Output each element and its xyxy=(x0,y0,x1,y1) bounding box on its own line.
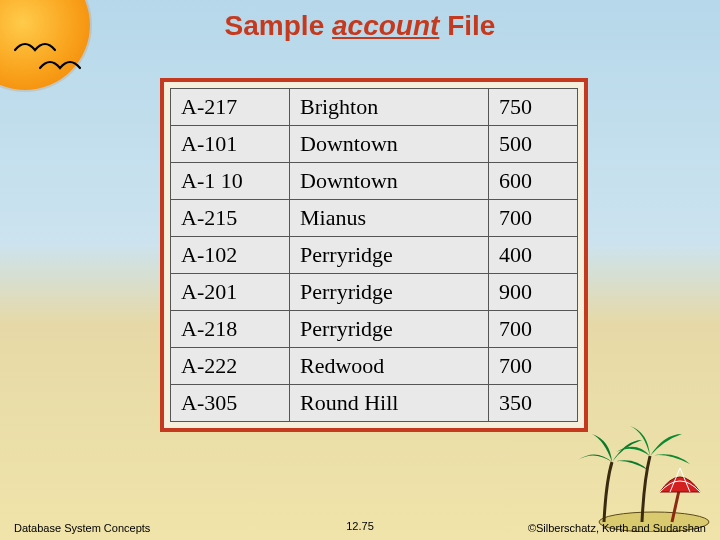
table-cell: Downtown xyxy=(290,163,489,200)
table-row: A-218Perryridge700 xyxy=(171,311,578,348)
table-cell: Brighton xyxy=(290,89,489,126)
table-cell: A-1 10 xyxy=(171,163,290,200)
table-row: A-1 10Downtown600 xyxy=(171,163,578,200)
table-cell: 700 xyxy=(489,348,578,385)
title-prefix: Sample xyxy=(225,10,332,41)
table-cell: 750 xyxy=(489,89,578,126)
table-cell: 600 xyxy=(489,163,578,200)
table-cell: A-217 xyxy=(171,89,290,126)
table-row: A-305Round Hill350 xyxy=(171,385,578,422)
table-row: A-222Redwood700 xyxy=(171,348,578,385)
table-cell: Mianus xyxy=(290,200,489,237)
table-cell: Redwood xyxy=(290,348,489,385)
table-cell: A-215 xyxy=(171,200,290,237)
table-cell: 400 xyxy=(489,237,578,274)
table-cell: A-102 xyxy=(171,237,290,274)
footer-left: Database System Concepts xyxy=(14,522,150,534)
title-suffix: File xyxy=(439,10,495,41)
title-italic: account xyxy=(332,10,439,41)
table-cell: Downtown xyxy=(290,126,489,163)
palm-beach-icon xyxy=(564,422,714,532)
slide-title: Sample account File xyxy=(0,10,720,42)
table-cell: 900 xyxy=(489,274,578,311)
table-cell: A-218 xyxy=(171,311,290,348)
table-row: A-101Downtown500 xyxy=(171,126,578,163)
footer-page-number: 12.75 xyxy=(346,520,374,532)
account-table: A-217Brighton750A-101Downtown500A-1 10Do… xyxy=(170,88,578,422)
table-cell: Perryridge xyxy=(290,274,489,311)
table-cell: 500 xyxy=(489,126,578,163)
table-cell: Perryridge xyxy=(290,311,489,348)
table-cell: 700 xyxy=(489,200,578,237)
account-table-frame: A-217Brighton750A-101Downtown500A-1 10Do… xyxy=(160,78,588,432)
table-cell: Round Hill xyxy=(290,385,489,422)
table-cell: 350 xyxy=(489,385,578,422)
table-cell: Perryridge xyxy=(290,237,489,274)
table-row: A-217Brighton750 xyxy=(171,89,578,126)
table-cell: A-305 xyxy=(171,385,290,422)
table-row: A-102Perryridge400 xyxy=(171,237,578,274)
slide: Sample account File A-217Brighton750A-10… xyxy=(0,0,720,540)
table-cell: A-222 xyxy=(171,348,290,385)
table-cell: A-101 xyxy=(171,126,290,163)
footer-right: ©Silberschatz, Korth and Sudarshan xyxy=(528,522,706,534)
footer: Database System Concepts 12.75 ©Silbersc… xyxy=(0,522,720,534)
table-cell: 700 xyxy=(489,311,578,348)
table-row: A-215Mianus700 xyxy=(171,200,578,237)
table-row: A-201Perryridge900 xyxy=(171,274,578,311)
table-cell: A-201 xyxy=(171,274,290,311)
